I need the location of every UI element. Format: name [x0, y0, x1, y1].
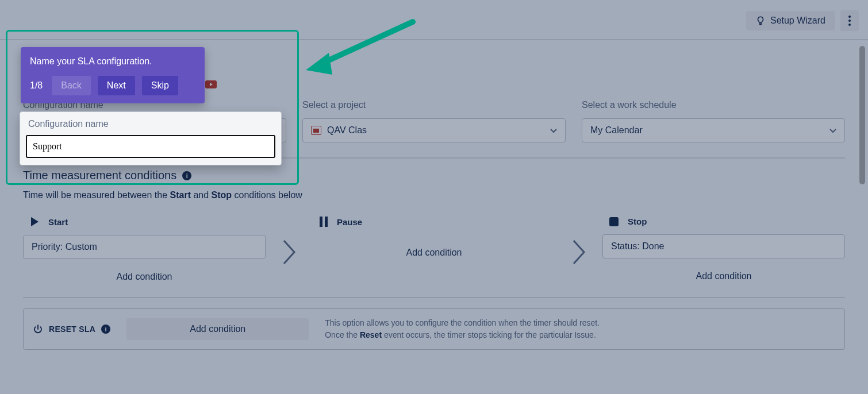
page-root: Setup Wizard Configuration name Select a… [0, 0, 868, 394]
config-name-input[interactable] [26, 135, 275, 158]
tour-back-button[interactable]: Back [52, 76, 91, 95]
svg-line-6 [317, 22, 413, 65]
tour-tooltip: Name your SLA configuration. 1/8 Back Ne… [21, 47, 205, 103]
config-name-card: Configuration name [20, 111, 282, 165]
vertical-scrollbar[interactable] [858, 46, 867, 392]
annotation-arrow-icon [304, 18, 418, 84]
tour-step-indicator: 1/8 [30, 80, 43, 91]
scrollbar-thumb[interactable] [859, 46, 865, 184]
tour-next-button[interactable]: Next [98, 76, 135, 95]
svg-marker-7 [306, 53, 332, 75]
tour-skip-button[interactable]: Skip [142, 76, 178, 95]
config-name-label: Configuration name [28, 119, 273, 129]
tour-message: Name your SLA configuration. [30, 56, 195, 67]
